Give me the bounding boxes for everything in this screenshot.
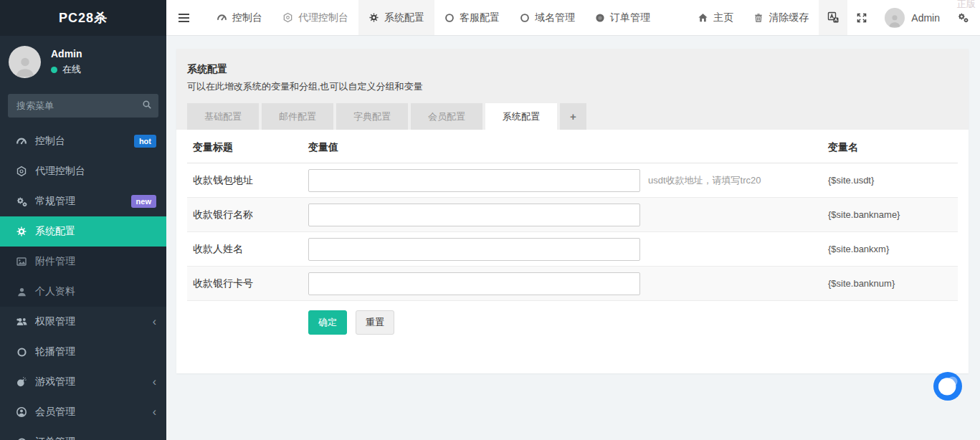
online-dot bbox=[51, 67, 57, 73]
field-hint: usdt收款地址，请填写trc20 bbox=[648, 174, 761, 187]
tab-agent-console[interactable]: 代理控制台 bbox=[272, 0, 358, 35]
variable-name: {$site.bankname} bbox=[828, 209, 958, 220]
tab-member-config[interactable]: 会员配置 bbox=[411, 103, 482, 130]
new-badge: new bbox=[131, 195, 156, 208]
avatar bbox=[885, 8, 905, 28]
tab-basic-config[interactable]: 基础配置 bbox=[187, 103, 259, 130]
circle-icon bbox=[14, 347, 29, 358]
sidebar-item-agent-console[interactable]: 代理控制台 bbox=[0, 156, 166, 186]
users-icon bbox=[14, 316, 29, 328]
language-button[interactable] bbox=[819, 0, 847, 35]
gears-icon bbox=[957, 11, 969, 24]
column-header-value: 变量值 bbox=[308, 141, 828, 154]
sidebar-item-game-management[interactable]: 游戏管理 ‹ bbox=[0, 367, 166, 397]
user-menu[interactable]: Admin bbox=[876, 0, 948, 35]
add-tab-button[interactable]: + bbox=[560, 103, 586, 130]
hexagon-icon bbox=[14, 166, 29, 177]
config-tabs: 基础配置 邮件配置 字典配置 会员配置 系统配置 + bbox=[187, 103, 958, 130]
user-icon bbox=[14, 287, 29, 297]
row-title: 收款银行卡号 bbox=[187, 277, 308, 290]
submit-button[interactable]: 确定 bbox=[308, 310, 347, 335]
chat-bubble-icon bbox=[932, 370, 964, 402]
live-chat-button[interactable] bbox=[932, 370, 964, 402]
form-actions: 确定 重置 bbox=[187, 301, 958, 355]
table-row: 收款钱包地址 usdt收款地址，请填写trc20 {$site.usdt} bbox=[187, 163, 958, 198]
home-button[interactable]: 主页 bbox=[688, 0, 743, 35]
sidebar-item-dashboard[interactable]: 控制台 hot bbox=[0, 126, 166, 156]
search-icon bbox=[142, 100, 152, 110]
sidebar-item-profile[interactable]: 个人资料 bbox=[0, 277, 166, 307]
sidebar-toggle-button[interactable] bbox=[166, 0, 206, 35]
column-header-name: 变量名 bbox=[828, 141, 958, 154]
table-row: 收款银行名称 {$site.bankname} bbox=[187, 198, 958, 232]
user-name: Admin bbox=[51, 48, 82, 59]
reset-button[interactable]: 重置 bbox=[356, 310, 394, 335]
dashboard-icon bbox=[14, 135, 29, 147]
fullscreen-button[interactable] bbox=[847, 0, 876, 35]
sidebar-item-attachment-management[interactable]: 附件管理 bbox=[0, 247, 166, 277]
circle-icon bbox=[444, 13, 455, 23]
main-content: 系统配置 可以在此增改系统的变量和分组,也可以自定义分组和变量 基础配置 邮件配… bbox=[166, 36, 980, 440]
sidebar-item-permission-management[interactable]: 权限管理 ‹ bbox=[0, 307, 166, 337]
tab-customer-service-config[interactable]: 客服配置 bbox=[434, 0, 510, 35]
filled-circle-icon bbox=[595, 13, 605, 23]
config-panel: 系统配置 可以在此增改系统的变量和分组,也可以自定义分组和变量 基础配置 邮件配… bbox=[176, 49, 969, 373]
avatar bbox=[9, 46, 41, 78]
image-icon bbox=[14, 256, 29, 267]
brand-logo: PC28杀 bbox=[0, 0, 166, 36]
dashboard-icon bbox=[217, 12, 227, 23]
chevron-left-icon: ‹ bbox=[153, 316, 156, 327]
variable-name: {$site.banknum} bbox=[828, 278, 958, 289]
row-title: 收款钱包地址 bbox=[187, 174, 308, 187]
usdt-address-input[interactable] bbox=[308, 169, 640, 192]
column-header-title: 变量标题 bbox=[187, 141, 308, 154]
hot-badge: hot bbox=[134, 135, 156, 148]
row-title: 收款人姓名 bbox=[187, 243, 308, 256]
search-input[interactable] bbox=[8, 94, 158, 118]
hamburger-icon bbox=[178, 13, 190, 23]
page-subtitle: 可以在此增改系统的变量和分组,也可以自定义分组和变量 bbox=[187, 80, 958, 93]
sidebar-item-carousel-management[interactable]: 轮播管理 bbox=[0, 337, 166, 367]
variable-name: {$site.usdt} bbox=[828, 175, 958, 186]
tab-dictionary-config[interactable]: 字典配置 bbox=[336, 103, 408, 130]
table-header: 变量标题 变量值 变量名 bbox=[187, 130, 958, 163]
clear-cache-button[interactable]: 清除缓存 bbox=[743, 0, 819, 35]
variable-name: {$site.bankxm} bbox=[828, 244, 958, 254]
bomb-icon bbox=[14, 376, 29, 388]
home-icon bbox=[698, 12, 708, 23]
config-table: 变量标题 变量值 变量名 收款钱包地址 usdt收款地址，请填写trc20 {$… bbox=[187, 130, 958, 355]
payee-name-input[interactable] bbox=[308, 238, 640, 261]
chevron-left-icon: ‹ bbox=[153, 376, 156, 388]
tab-mail-config[interactable]: 邮件配置 bbox=[262, 103, 333, 130]
user-circle-icon bbox=[14, 406, 29, 418]
bank-name-input[interactable] bbox=[308, 204, 640, 226]
tab-domain-management[interactable]: 域名管理 bbox=[510, 0, 585, 35]
sidebar-item-order-management[interactable]: 订单管理 bbox=[0, 427, 166, 440]
gear-icon bbox=[14, 226, 29, 237]
sidebar-item-general-management[interactable]: 常规管理 new bbox=[0, 186, 166, 216]
bank-card-number-input[interactable] bbox=[308, 272, 640, 295]
circle-icon bbox=[14, 437, 29, 440]
sidebar: PC28杀 Admin 在线 控制台 hot bbox=[0, 0, 166, 440]
trash-icon bbox=[753, 12, 763, 23]
user-panel: Admin 在线 bbox=[0, 36, 166, 87]
tab-system-config[interactable]: 系统配置 bbox=[358, 0, 434, 35]
row-title: 收款银行名称 bbox=[187, 209, 308, 221]
tab-order-management[interactable]: 订单管理 bbox=[585, 0, 660, 35]
sidebar-menu: 控制台 hot 代理控制台 常规管理 new 系统配置 附件管理 bbox=[0, 126, 166, 440]
gear-icon bbox=[368, 12, 379, 23]
gears-icon bbox=[14, 196, 29, 208]
sidebar-item-system-config[interactable]: 系统配置 bbox=[0, 216, 166, 247]
sidebar-search bbox=[8, 94, 158, 118]
hexagon-icon bbox=[282, 12, 293, 23]
translate-icon bbox=[827, 11, 839, 24]
expand-icon bbox=[856, 12, 867, 24]
tab-system-config[interactable]: 系统配置 bbox=[485, 103, 557, 130]
user-status: 在线 bbox=[51, 63, 82, 76]
circle-icon bbox=[520, 13, 530, 23]
username: Admin bbox=[911, 12, 940, 24]
top-navbar: 控制台 代理控制台 系统配置 客服配置 域名管理 订单管理 主页 bbox=[166, 0, 980, 36]
sidebar-item-member-management[interactable]: 会员管理 ‹ bbox=[0, 397, 166, 427]
chevron-left-icon: ‹ bbox=[153, 406, 156, 418]
tab-dashboard[interactable]: 控制台 bbox=[206, 0, 272, 35]
